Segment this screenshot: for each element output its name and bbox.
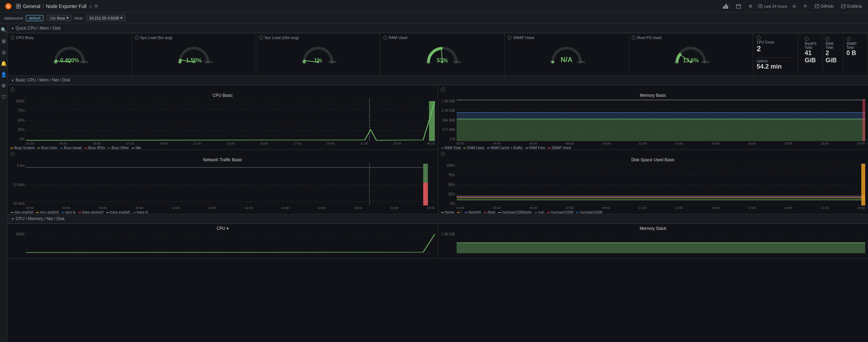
job-selector[interactable]: Job linux ▾	[46, 15, 71, 21]
disk-basic-panel: i Disk Space Used Basic 100% 75% 50% 25%…	[438, 150, 868, 214]
disk-basic-chart: 100% 75% 50% 25% 0%	[441, 164, 866, 205]
sys-load-15m-panel: i Sys Load (15m avg) 0% 100% 1%	[256, 33, 380, 75]
disk-basic-legend: /home / /boot/efi /boot /run/user/1000/g…	[441, 210, 866, 214]
cpu-busy-gauge: 0% 100% 0.400%	[50, 41, 89, 64]
svg-rect-45	[429, 101, 435, 141]
external-link-icon	[815, 4, 819, 8]
svg-rect-8	[726, 4, 727, 9]
memory-basic-area	[457, 99, 866, 141]
info-icon-cpu-busy[interactable]: i	[10, 36, 15, 40]
datasource-label: datasource	[4, 16, 23, 20]
sidebar-compass-icon[interactable]: ◎	[0, 49, 7, 56]
host-selector[interactable]: 10.211.55.4:9100 ▾	[86, 15, 126, 21]
cpu-memory-chart-row: i CPU Basic 100% 75% 50% 25% 0%	[8, 85, 868, 150]
svg-text:0%: 0%	[674, 60, 679, 64]
grafana-btn[interactable]: Grafana	[839, 3, 864, 9]
info-icon-diskbasic[interactable]: i	[441, 152, 445, 156]
sidebar-search-icon[interactable]: 🔍	[0, 26, 7, 33]
memory-stack-area	[457, 232, 866, 258]
cpu-basic-legend: Busy System Busy User Busy Iowait Busy I…	[10, 146, 435, 149]
svg-line-16	[760, 6, 761, 7]
settings-icon-btn[interactable]: ⚙	[747, 3, 755, 9]
sidebar-bell-icon[interactable]: 🔔	[0, 60, 7, 67]
info-icon-cpucores[interactable]: i	[757, 36, 761, 40]
svg-text:100%: 100%	[204, 60, 212, 64]
quick-section-header[interactable]: ▾ Quick CPU / Mem / Disk	[8, 24, 868, 33]
rootfs-total-section: i RootFS Total 41 GiB	[802, 36, 823, 73]
network-basic-panel: i Network Traffic Basic 0 b/s -10 kb/s -…	[8, 150, 438, 214]
svg-text:100%: 100%	[701, 60, 709, 64]
sys-load-15m-value: 1%	[314, 57, 322, 64]
sidebar-gear-icon[interactable]: ⚙	[0, 82, 7, 89]
svg-rect-60	[423, 183, 428, 205]
sidebar-shield-icon[interactable]: 🛡	[0, 93, 7, 100]
root-fs-value: 13.6%	[683, 57, 699, 64]
ram-used-value: 53%	[437, 57, 448, 64]
sys-load-15m-gauge: 0% 100% 1%	[299, 41, 337, 64]
github-btn[interactable]: GitHub	[813, 3, 835, 9]
root-fs-panel: i Root FS Used 0% 100% 13.6%	[629, 33, 753, 75]
network-basic-x-axis: 02:0004:0006:0008:0010:0012:0014:0016:00…	[10, 206, 435, 210]
chevron-down-icon: ▾	[12, 26, 14, 30]
info-icon-sysload5m[interactable]: i	[135, 36, 139, 40]
chart-icon-btn[interactable]	[721, 3, 731, 9]
info-icon-cpubasic[interactable]: i	[10, 87, 15, 92]
swap-used-gauge: 0% 100% N/A	[547, 41, 586, 64]
chevron-down-icon2: ▾	[12, 78, 14, 82]
basic-section-header[interactable]: ▾ Basic CPU / Mem / Net / Disk	[8, 76, 868, 85]
external-link-icon2	[841, 4, 845, 8]
zoom-out-btn[interactable]: ⊖	[790, 3, 798, 9]
info-icon-swap[interactable]: i	[507, 36, 512, 40]
info-icon-ram-total[interactable]: i	[826, 37, 830, 41]
info-icon-ram[interactable]: i	[383, 36, 387, 40]
cpu-basic-x-axis: 01:0003:0005:0007:0009:0011:0013:0015:00…	[10, 142, 435, 145]
info-icon-rootfs-total[interactable]: i	[805, 37, 809, 41]
svg-rect-67	[861, 164, 865, 205]
info-icon-netbasic[interactable]: i	[10, 152, 15, 156]
info-icon-swap-total[interactable]: i	[846, 37, 851, 41]
app-logo: G	[4, 2, 13, 10]
svg-rect-7	[724, 5, 725, 9]
svg-rect-10	[736, 5, 741, 8]
main-layout: 🔍 ⊞ ◎ 🔔 👤 ⚙ 🛡 ▾ Quick CPU / Mem / Disk i…	[0, 24, 868, 342]
cpu-busy-value: 0.400%	[60, 57, 79, 64]
network-basic-area	[26, 164, 435, 205]
network-basic-y-axis: 0 b/s -10 kb/s -20 kb/s	[10, 164, 26, 205]
svg-text:0%: 0%	[302, 60, 306, 64]
disk-basic-area	[457, 164, 866, 205]
info-icon-membasic[interactable]: i	[441, 87, 445, 92]
network-basic-title: Network Traffic Basic	[10, 157, 435, 162]
basic-section-title: Basic CPU / Mem / Net / Disk	[16, 78, 70, 83]
share-icon[interactable]: ⎘	[95, 3, 98, 9]
quick-section-title: Quick CPU / Mem / Disk	[16, 26, 61, 31]
info-icon-rootfs[interactable]: i	[632, 36, 636, 40]
cpu-basic-chart: 100% 75% 50% 25% 0%	[10, 99, 435, 141]
memory-stack-chart: 1.86 GiB	[441, 232, 866, 258]
sys-load-5m-value: 1.50%	[186, 57, 202, 64]
cpu-basic-title: CPU Basic	[10, 93, 435, 98]
sidebar-user-icon[interactable]: 👤	[0, 71, 7, 78]
calendar-icon-btn[interactable]	[734, 3, 743, 9]
svg-text:0%: 0%	[53, 60, 58, 64]
topbar-actions: ⚙ Last 24 hours ⊖ ⟳ GitHub Grafana	[721, 3, 864, 9]
sidebar-home-icon[interactable]: ⊞	[0, 38, 7, 45]
sys-load-15m-label: Sys Load (15m avg)	[265, 36, 299, 40]
svg-marker-53	[457, 112, 866, 119]
memory-basic-chart: 1.86 GiB 1.40 GiB 954 MiB 477 MiB 0 B	[441, 99, 866, 141]
star-icon[interactable]: ☆	[88, 3, 93, 9]
rootfs-total-value: 41 GiB	[805, 49, 820, 64]
chevron-down-icon3: ▾	[12, 217, 14, 221]
disk-basic-y-axis: 100% 75% 50% 25% 0%	[441, 164, 457, 205]
topbar: G General / Node Exporter Full ☆ ⎘ ⚙ Las…	[0, 0, 868, 13]
swap-total-label: SWAP Total	[846, 42, 861, 49]
svg-text:100%: 100%	[80, 60, 88, 64]
info-icon-sysload15m[interactable]: i	[259, 36, 263, 40]
memory-basic-y-axis: 1.86 GiB 1.40 GiB 954 MiB 477 MiB 0 B	[441, 99, 457, 141]
refresh-btn[interactable]: ⟳	[802, 3, 809, 9]
cpu-mem-section-header[interactable]: ▾ CPU / Memory / Net / Disk	[8, 214, 868, 224]
breadcrumb-general[interactable]: General	[23, 3, 40, 9]
bottom-chart-row: CPU ▾ 100% Memory	[8, 224, 868, 259]
swap-used-panel: i SWAP Used 0% 100% N/A	[505, 33, 629, 75]
breadcrumb-dashboard: Node Exporter Full	[46, 3, 87, 9]
datasource-selector[interactable]: default	[26, 15, 44, 21]
